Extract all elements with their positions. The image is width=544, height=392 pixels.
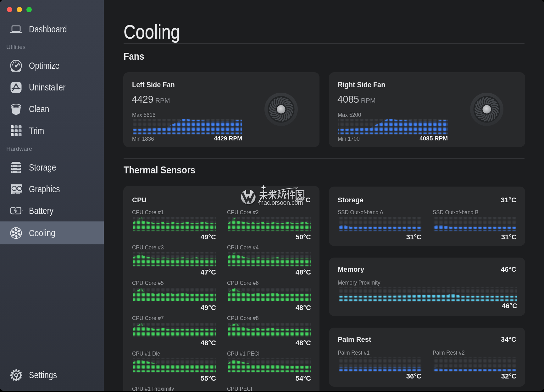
svg-text:mac.orsoon.com: mac.orsoon.com	[258, 199, 303, 206]
